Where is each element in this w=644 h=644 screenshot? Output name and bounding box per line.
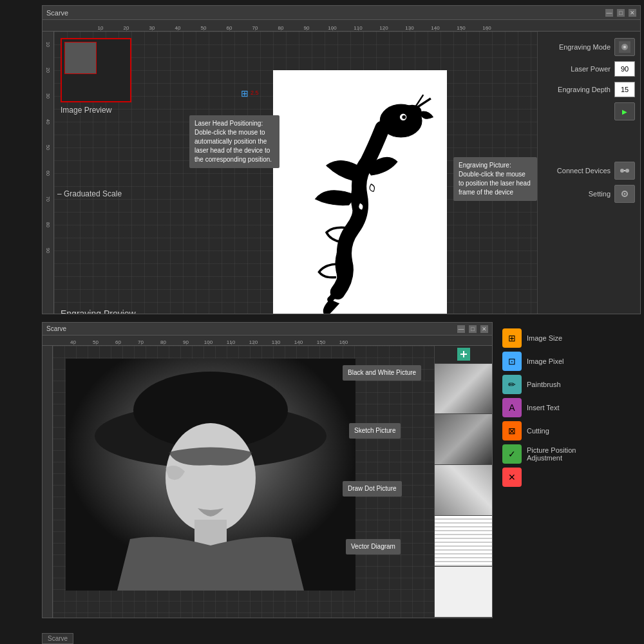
engraving-depth-row: Engraving Depth 15 [543, 82, 635, 97]
ruler-mark: 120 [242, 339, 265, 345]
ruler-mark: 80 [152, 339, 175, 345]
engraving-mode-button[interactable] [614, 38, 635, 56]
laser-power-label: Laser Power [543, 65, 611, 73]
top-window: Scarve — □ ✕ 10 20 30 40 50 60 70 80 90 … [42, 5, 641, 314]
ruler-mark: 70 [129, 339, 152, 345]
bottom-maximize-button[interactable]: □ [469, 325, 477, 333]
ruler-mark: 50 [191, 25, 216, 31]
tooltip-sketch-picture: Sketch Picture [349, 423, 401, 439]
top-main-content: 10 20 30 40 50 60 70 80 90 Image Preview… [43, 32, 640, 314]
picture-position-button[interactable]: ✓ [502, 444, 522, 464]
picture-position-label: Picture PositionAdjustment [527, 446, 576, 462]
top-title: Scarve [46, 9, 68, 17]
thumbnail-strip [434, 346, 492, 618]
insert-text-button[interactable]: A [502, 398, 522, 417]
image-pixel-button[interactable]: ⊡ [502, 352, 522, 371]
setting-label: Setting [543, 190, 611, 198]
ruler-mark: 160 [474, 25, 500, 31]
delete-row: ✕ [502, 468, 631, 487]
thumbnail-bw[interactable] [435, 414, 492, 465]
picture-position-row: ✓ Picture PositionAdjustment [502, 444, 631, 464]
ruler-mark: 60 [107, 339, 129, 345]
setting-row: Setting [543, 185, 635, 203]
engraving-preview-label: Engraving Preview [61, 308, 136, 314]
delete-button[interactable]: ✕ [502, 468, 522, 487]
top-right-panel: Engraving Mode Laser Power 90 Engraving … [537, 32, 640, 314]
ruler-v-mark: 80 [46, 212, 50, 238]
image-preview-thumbnail [64, 42, 97, 74]
ruler-v-mark: 60 [46, 160, 50, 186]
ruler-mark: 110 [345, 25, 371, 31]
laser-power-input[interactable]: 90 [614, 61, 635, 77]
top-canvas-area[interactable]: Image Preview – Graduated Scale Engravin… [54, 32, 537, 314]
bottom-window-footer: Scarve [42, 633, 73, 644]
top-ruler-vertical: 10 20 30 40 50 60 70 80 90 [43, 32, 54, 314]
bottom-minimize-button[interactable]: — [457, 325, 465, 333]
ruler-mark: 100 [319, 25, 345, 31]
engraving-depth-input[interactable]: 15 [614, 82, 635, 97]
cross-value: 2.5 [251, 90, 259, 96]
cutting-row: ⊠ Cutting [502, 421, 631, 440]
ruler-mark: 50 [84, 339, 107, 345]
ruler-mark: 90 [175, 339, 197, 345]
ruler-mark: 160 [332, 339, 355, 345]
tooltip-engraving-picture: Engraving Picture: Double-click the mous… [453, 157, 537, 201]
ruler-v-mark: 20 [46, 57, 50, 83]
paintbrush-label: Paintbrush [527, 381, 561, 388]
bottom-canvas-area[interactable]: ⊞ 2.5 [53, 346, 492, 618]
image-pixel-label: Image Pixel [527, 357, 564, 365]
svg-point-6 [402, 116, 406, 119]
bottom-ruler-horizontal: 40 50 60 70 80 90 100 110 120 130 140 15… [43, 336, 492, 346]
thumb-top-icon[interactable] [435, 346, 492, 364]
bottom-window: Scarve — □ ✕ 40 50 60 70 80 90 100 110 1… [42, 322, 493, 618]
ruler-mark: 130 [265, 339, 287, 345]
insert-text-label: Insert Text [527, 404, 560, 412]
ruler-v-mark: 40 [46, 109, 50, 135]
svg-point-12 [625, 169, 629, 173]
image-size-row: ⊞ Image Size [502, 328, 631, 348]
ruler-mark: 90 [294, 25, 319, 31]
ruler-mark: 40 [62, 339, 84, 345]
image-size-button[interactable]: ⊞ [502, 328, 522, 348]
settings-button[interactable] [614, 185, 635, 203]
engraving-depth-label: Engraving Depth [543, 86, 611, 93]
svg-point-16 [624, 193, 626, 195]
paintbrush-button[interactable]: ✏ [502, 375, 522, 394]
ruler-v-mark: 50 [46, 135, 50, 160]
ruler-mark: 140 [287, 339, 310, 345]
dragon-image-canvas[interactable] [273, 70, 447, 314]
image-size-label: Image Size [527, 334, 562, 342]
ruler-mark: 150 [310, 339, 332, 345]
ruler-mark: 60 [216, 25, 242, 31]
thumbnail-sketch[interactable] [435, 465, 492, 516]
thumbnail-dots[interactable] [435, 516, 492, 567]
top-titlebar: Scarve — □ ✕ [43, 6, 640, 20]
ruler-v-mark: 70 [46, 186, 50, 212]
engraving-mode-label: Engraving Mode [543, 43, 611, 51]
bottom-close-button[interactable]: ✕ [480, 325, 488, 333]
maximize-button[interactable]: □ [617, 9, 625, 17]
tooltip-draw-dot: Draw Dot Picture [343, 481, 402, 497]
thumbnail-vector[interactable] [435, 567, 492, 618]
ruler-mark: 130 [397, 25, 422, 31]
woman-photo [66, 359, 355, 591]
bottom-right-icons-panel: ⊞ Image Size ⊡ Image Pixel ✏ Paintbrush … [496, 322, 638, 580]
insert-text-row: A Insert Text [502, 398, 631, 417]
thumbnail-original[interactable] [435, 364, 492, 415]
bottom-titlebar: Scarve — □ ✕ [43, 323, 492, 336]
svg-point-9 [623, 46, 626, 48]
minimize-button[interactable]: — [605, 9, 613, 17]
top-window-controls: — □ ✕ [605, 9, 636, 17]
ruler-mark: 20 [113, 25, 139, 31]
paintbrush-row: ✏ Paintbrush [502, 375, 631, 394]
connect-devices-row: Connect Devices [543, 162, 635, 180]
ruler-v-mark: 90 [46, 238, 50, 263]
play-row: ▶ [543, 102, 635, 120]
connect-devices-button[interactable] [614, 162, 635, 180]
ruler-mark: 100 [197, 339, 220, 345]
close-button[interactable]: ✕ [629, 9, 636, 17]
ruler-v-mark: 10 [46, 32, 50, 57]
play-button[interactable]: ▶ [614, 102, 635, 120]
cutting-button[interactable]: ⊠ [502, 421, 522, 440]
bottom-main-content: ⊞ 2.5 [43, 346, 492, 618]
